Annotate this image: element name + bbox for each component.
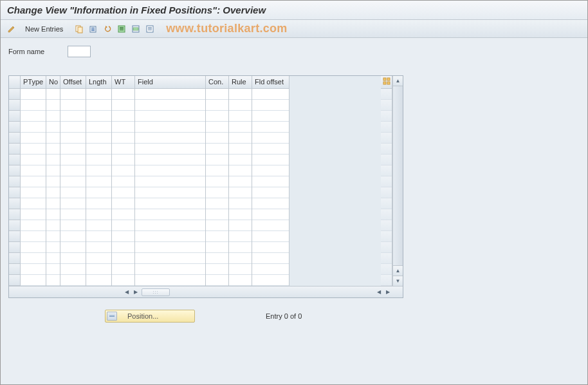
table-cell[interactable] [229,264,252,275]
table-cell[interactable] [206,209,228,220]
table-cell[interactable] [229,155,252,165]
table-cell[interactable] [46,89,60,100]
undo-icon[interactable] [102,23,113,35]
table-cell[interactable] [135,242,205,253]
table-cell[interactable] [252,89,289,100]
table-cell[interactable] [252,111,289,122]
table-cell[interactable] [21,144,46,155]
table-cell[interactable] [21,165,46,176]
row-selector[interactable] [9,89,21,100]
table-cell[interactable] [135,198,205,209]
table-cell[interactable] [252,242,289,253]
table-cell[interactable] [135,100,205,111]
table-cell[interactable] [112,133,134,144]
table-cell[interactable] [112,89,134,100]
table-cell[interactable] [229,253,252,264]
table-cell[interactable] [86,144,111,155]
table-cell[interactable] [86,165,111,176]
row-selector[interactable] [9,275,21,286]
table-cell[interactable] [206,264,228,275]
table-cell[interactable] [112,264,134,275]
table-cell[interactable] [112,242,134,253]
table-cell[interactable] [21,231,46,242]
scroll-up-icon[interactable]: ▲ [393,76,403,86]
table-cell[interactable] [206,111,228,122]
table-cell[interactable] [112,187,134,198]
hscroll-thumb[interactable]: ::: [142,288,170,296]
row-selector[interactable] [9,176,21,187]
table-cell[interactable] [60,220,86,231]
table-cell[interactable] [135,155,205,165]
table-cell[interactable] [60,155,86,165]
table-cell[interactable] [135,209,205,220]
table-cell[interactable] [206,176,228,187]
table-cell[interactable] [252,133,289,144]
table-cell[interactable] [252,165,289,176]
table-cell[interactable] [86,275,111,286]
row-selector[interactable] [9,209,21,220]
row-selector[interactable] [9,122,21,133]
column-header[interactable]: Fld offset [252,76,289,89]
table-cell[interactable] [60,133,86,144]
scroll-left-end-icon[interactable]: ◀ [374,288,383,297]
table-cell[interactable] [86,242,111,253]
table-cell[interactable] [112,144,134,155]
row-selector[interactable] [9,165,21,176]
table-cell[interactable] [21,220,46,231]
table-cell[interactable] [46,275,60,286]
table-cell[interactable] [60,122,86,133]
table-cell[interactable] [206,122,228,133]
table-cell[interactable] [112,220,134,231]
table-cell[interactable] [21,89,46,100]
table-cell[interactable] [206,253,228,264]
table-cell[interactable] [112,111,134,122]
select-block-icon[interactable] [130,23,142,35]
table-cell[interactable] [135,275,205,286]
table-cell[interactable] [229,275,252,286]
table-cell[interactable] [21,275,46,286]
table-cell[interactable] [135,133,205,144]
table-cell[interactable] [86,264,111,275]
table-cell[interactable] [60,198,86,209]
vertical-scrollbar[interactable]: ▲ ▲ ▼ [392,76,403,286]
table-cell[interactable] [206,133,228,144]
row-selector[interactable] [9,155,21,165]
table-cell[interactable] [21,209,46,220]
delete-icon[interactable] [87,23,99,35]
table-cell[interactable] [206,198,228,209]
table-cell[interactable] [229,187,252,198]
table-cell[interactable] [86,155,111,165]
table-cell[interactable] [135,122,205,133]
table-cell[interactable] [46,264,60,275]
table-cell[interactable] [135,176,205,187]
table-cell[interactable] [252,275,289,286]
table-cell[interactable] [229,144,252,155]
table-cell[interactable] [252,187,289,198]
scroll-right-icon[interactable]: ▶ [383,288,392,297]
copy-icon[interactable] [73,23,85,35]
table-cell[interactable] [60,89,86,100]
table-cell[interactable] [46,122,60,133]
table-settings-icon[interactable] [381,76,392,89]
table-cell[interactable] [112,165,134,176]
table-cell[interactable] [135,220,205,231]
table-cell[interactable] [46,187,60,198]
select-all-icon[interactable] [116,23,127,35]
table-cell[interactable] [21,264,46,275]
table-cell[interactable] [206,165,228,176]
table-cell[interactable] [206,242,228,253]
table-cell[interactable] [229,89,252,100]
row-selector[interactable] [9,111,21,122]
deselect-all-icon[interactable] [144,23,156,35]
table-cell[interactable] [46,198,60,209]
table-cell[interactable] [112,231,134,242]
table-cell[interactable] [135,264,205,275]
table-cell[interactable] [86,100,111,111]
table-cell[interactable] [46,133,60,144]
table-cell[interactable] [112,198,134,209]
table-cell[interactable] [252,264,289,275]
table-cell[interactable] [135,165,205,176]
table-cell[interactable] [252,209,289,220]
table-cell[interactable] [86,89,111,100]
column-header[interactable]: Rule [229,76,252,89]
